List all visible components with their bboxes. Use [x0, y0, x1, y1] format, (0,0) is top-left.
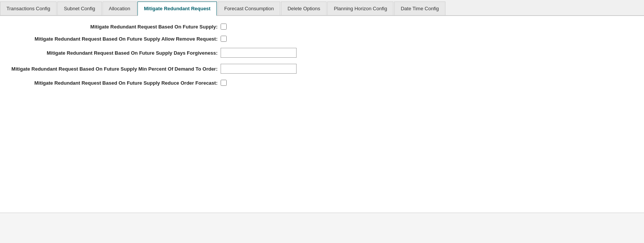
- label-allow-remove-request: Mitigate Redundant Request Based On Futu…: [11, 36, 221, 42]
- tab-planning-horizon-config[interactable]: Planning Horizon Config: [327, 2, 393, 15]
- input-min-percent-demand[interactable]: [221, 64, 297, 74]
- tab-subnet-config[interactable]: Subnet Config: [57, 2, 101, 15]
- tab-delete-options[interactable]: Delete Options: [281, 2, 327, 15]
- label-days-forgiveness: Mitigate Redundant Request Based On Futu…: [11, 50, 221, 56]
- input-days-forgiveness[interactable]: [221, 48, 297, 58]
- form-row-reduce-order-forecast: Mitigate Redundant Request Based On Futu…: [11, 80, 633, 86]
- checkbox-future-supply[interactable]: [221, 24, 227, 30]
- page-container: Transactions ConfigSubnet ConfigAllocati…: [0, 0, 644, 243]
- tab-mitigate-redundant-request[interactable]: Mitigate Redundant Request: [137, 2, 217, 16]
- tab-allocation[interactable]: Allocation: [103, 2, 137, 15]
- footer-area: [0, 213, 644, 243]
- checkbox-allow-remove-request[interactable]: [221, 36, 227, 42]
- content-area: Mitigate Redundant Request Based On Futu…: [0, 16, 644, 213]
- label-min-percent-demand: Mitigate Redundant Request Based On Futu…: [11, 66, 221, 72]
- checkbox-reduce-order-forecast[interactable]: [221, 80, 227, 86]
- tab-transactions-config[interactable]: Transactions Config: [0, 2, 57, 15]
- form-row-days-forgiveness: Mitigate Redundant Request Based On Futu…: [11, 48, 633, 58]
- label-future-supply: Mitigate Redundant Request Based On Futu…: [11, 24, 221, 30]
- form-row-min-percent-demand: Mitigate Redundant Request Based On Futu…: [11, 64, 633, 74]
- label-reduce-order-forecast: Mitigate Redundant Request Based On Futu…: [11, 80, 221, 86]
- form-row-future-supply: Mitigate Redundant Request Based On Futu…: [11, 24, 633, 30]
- tab-forecast-consumption[interactable]: Forecast Consumption: [218, 2, 280, 15]
- tab-date-time-config[interactable]: Date Time Config: [394, 2, 445, 15]
- tab-bar: Transactions ConfigSubnet ConfigAllocati…: [0, 0, 644, 16]
- form-row-allow-remove-request: Mitigate Redundant Request Based On Futu…: [11, 36, 633, 42]
